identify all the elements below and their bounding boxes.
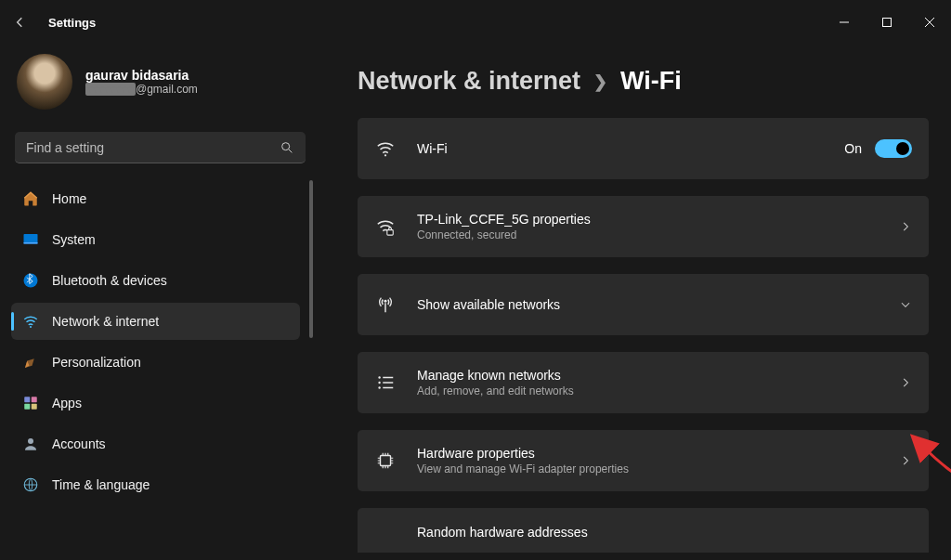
svg-rect-8 (24, 404, 30, 410)
chevron-down-icon (899, 298, 912, 311)
sidebar-item-accounts[interactable]: Accounts (11, 425, 300, 462)
svg-point-14 (384, 300, 387, 303)
svg-rect-9 (32, 404, 37, 410)
manage-known-networks-card[interactable]: Manage known networks Add, remove, and e… (358, 352, 929, 413)
back-button[interactable] (7, 9, 33, 35)
minimize-button[interactable] (823, 7, 866, 37)
home-icon (22, 190, 39, 207)
card-subtitle: Connected, secured (417, 228, 591, 241)
card-title: Show available networks (417, 297, 560, 312)
personalization-icon (22, 354, 39, 371)
sidebar-item-personalization[interactable]: Personalization (11, 344, 300, 381)
svg-rect-6 (24, 397, 30, 402)
time-language-icon (22, 476, 39, 493)
card-action (899, 298, 912, 311)
card-title: TP-Link_CCFE_5G properties (417, 212, 591, 227)
window-body: gaurav bidasaria xxxxxxxxx@gmail.com (0, 45, 951, 560)
show-available-networks-card[interactable]: Show available networks (358, 274, 929, 335)
maximize-button[interactable] (866, 7, 908, 37)
svg-point-16 (378, 382, 380, 384)
svg-rect-7 (32, 397, 37, 402)
search-input[interactable] (15, 132, 306, 163)
network-icon (22, 313, 39, 330)
profile-text: gaurav bidasaria xxxxxxxxx@gmail.com (85, 68, 198, 96)
nav-wrap: Home System Bluetooth & devices (0, 180, 320, 560)
sidebar-item-label: Accounts (52, 436, 106, 451)
window-controls (823, 7, 951, 37)
svg-rect-18 (381, 456, 391, 466)
maximize-icon (881, 17, 892, 28)
svg-point-15 (378, 376, 380, 378)
wifi-toggle[interactable] (875, 139, 912, 158)
sidebar-item-network[interactable]: Network & internet (11, 303, 300, 340)
card-action (899, 220, 912, 233)
hardware-properties-card[interactable]: Hardware properties View and manage Wi-F… (358, 430, 929, 491)
svg-point-4 (24, 274, 38, 288)
card-text: Hardware properties View and manage Wi-F… (417, 446, 629, 475)
list-icon (374, 371, 397, 394)
sidebar-item-home[interactable]: Home (11, 180, 300, 217)
email-suffix: @gmail.com (136, 83, 198, 96)
card-text: Random hardware addresses (417, 525, 588, 540)
settings-window: Settings gaurav bidasaria xxxxxxxxx@gma (0, 0, 951, 560)
antenna-icon (374, 293, 397, 316)
card-text: Show available networks (417, 297, 560, 312)
chevron-right-icon (899, 220, 912, 233)
svg-rect-3 (24, 242, 38, 244)
search-icon (280, 140, 294, 155)
network-properties-card[interactable]: TP-Link_CCFE_5G properties Connected, se… (358, 196, 929, 257)
close-icon (924, 17, 935, 28)
toggle-label: On (844, 141, 862, 156)
sidebar-item-bluetooth[interactable]: Bluetooth & devices (11, 262, 300, 299)
close-button[interactable] (908, 7, 951, 37)
card-subtitle: Add, remove, and edit networks (417, 384, 574, 397)
main-content: Network & internet ❯ Wi-Fi Wi-Fi On (320, 45, 951, 560)
card-text: TP-Link_CCFE_5G properties Connected, se… (417, 212, 591, 241)
random-hardware-addresses-card[interactable]: Random hardware addresses (358, 508, 929, 553)
card-title: Hardware properties (417, 446, 629, 461)
sidebar-item-label: Bluetooth & devices (52, 273, 167, 288)
profile-name: gaurav bidasaria (85, 68, 198, 83)
chevron-right-icon (899, 376, 912, 389)
svg-point-10 (28, 438, 33, 444)
breadcrumb-parent[interactable]: Network & internet (358, 67, 580, 96)
card-text: Wi-Fi (417, 141, 448, 156)
titlebar-left: Settings (7, 9, 96, 35)
svg-rect-2 (24, 234, 38, 244)
sidebar-item-label: Home (52, 191, 86, 206)
svg-point-5 (30, 326, 32, 328)
minimize-icon (839, 17, 850, 28)
card-action (899, 454, 912, 467)
sidebar-item-label: Network & internet (52, 314, 159, 329)
card-title: Manage known networks (417, 368, 574, 383)
profile-email: xxxxxxxxx@gmail.com (85, 83, 198, 96)
sidebar-scrollbar-thumb[interactable] (309, 180, 313, 338)
sidebar-item-time-language[interactable]: Time & language (11, 466, 300, 503)
svg-point-1 (282, 143, 290, 150)
chip-icon (374, 449, 397, 472)
card-action: On (844, 139, 912, 158)
wifi-toggle-card[interactable]: Wi-Fi On (358, 118, 929, 179)
arrow-left-icon (13, 15, 28, 30)
sidebar: gaurav bidasaria xxxxxxxxx@gmail.com (0, 45, 320, 560)
sidebar-item-label: Apps (52, 396, 82, 410)
sidebar-scrollbar[interactable] (309, 180, 315, 560)
svg-point-17 (378, 386, 380, 388)
card-text: Manage known networks Add, remove, and e… (417, 368, 574, 397)
sidebar-item-label: Time & language (52, 477, 150, 492)
breadcrumb-current: Wi-Fi (620, 67, 682, 96)
chevron-right-icon: ❯ (593, 72, 607, 92)
wifi-icon (374, 137, 397, 160)
sidebar-nav: Home System Bluetooth & devices (0, 180, 309, 560)
sidebar-item-label: Personalization (52, 355, 141, 370)
svg-point-12 (384, 154, 386, 156)
sidebar-item-system[interactable]: System (11, 221, 300, 258)
card-title: Wi-Fi (417, 141, 448, 156)
sidebar-item-label: System (52, 232, 96, 247)
card-action (899, 376, 912, 389)
profile-section[interactable]: gaurav bidasaria xxxxxxxxx@gmail.com (0, 54, 320, 126)
breadcrumb: Network & internet ❯ Wi-Fi (358, 67, 929, 96)
window-title: Settings (48, 16, 96, 30)
card-title: Random hardware addresses (417, 525, 588, 540)
sidebar-item-apps[interactable]: Apps (11, 384, 300, 422)
